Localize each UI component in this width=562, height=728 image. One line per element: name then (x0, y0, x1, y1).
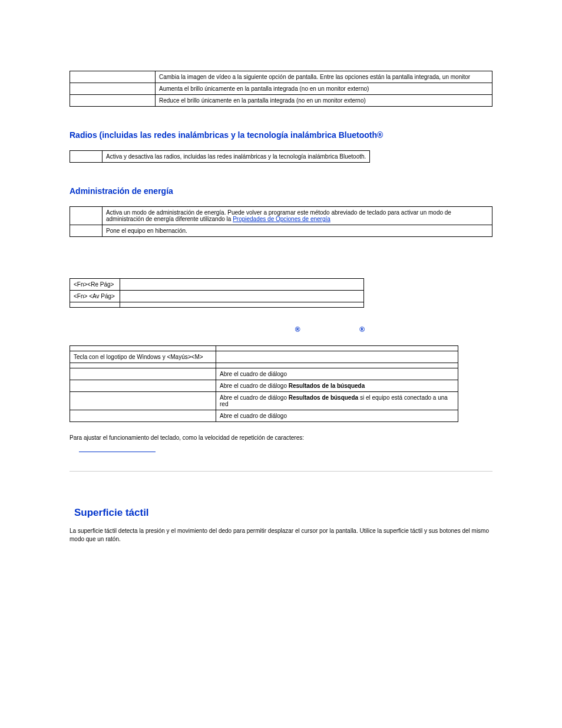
key-cell (70, 225, 103, 237)
desc-cell: Abre el cuadro de diálogo (216, 368, 458, 380)
desc-cell (120, 279, 364, 291)
desc-cell: Activa un modo de administración de ener… (103, 207, 492, 225)
registered-icon: ® (359, 325, 365, 334)
table-row (70, 363, 458, 368)
key-cell (70, 151, 103, 163)
desc-pre: Abre el cuadro de diálogo (220, 394, 289, 401)
key-cell (70, 368, 216, 380)
desc-cell: Abre el cuadro de diálogo Resultados de … (216, 380, 458, 392)
desc-cell (216, 363, 458, 368)
table-row: Abre el cuadro de diálogo (70, 368, 458, 380)
touchpad-heading: Superficie táctil (74, 507, 492, 519)
power-options-link[interactable]: Propiedades de Opciones de energía (233, 216, 330, 222)
desc-cell (120, 291, 364, 302)
fn-keys-table: <Fn><Re Pág> <Fn> <Av Pág> (70, 278, 364, 308)
table-row: Abre el cuadro de diálogo Resultados de … (70, 392, 458, 410)
desc-cell: Reduce el brillo únicamente en la pantal… (156, 95, 492, 107)
table-row: Aumenta el brillo únicamente en la panta… (70, 83, 492, 95)
radios-table: Activa y desactiva las radios, incluidas… (70, 150, 370, 163)
desc-pre: Abre el cuadro de diálogo (220, 383, 289, 389)
desc-cell: Activa y desactiva las radios, incluidas… (103, 151, 370, 163)
display-functions-table: Cambia la imagen de vídeo a la siguiente… (70, 71, 492, 107)
key-cell: <Fn> <Av Pág> (70, 291, 120, 302)
key-cell: <Fn><Re Pág> (70, 279, 120, 291)
keyboard-adjust-note: Para ajustar el funcionamiento del tecla… (70, 434, 492, 442)
registered-icon: ® (295, 325, 300, 334)
touchpad-body: La superficie táctil detecta la presión … (70, 527, 492, 543)
key-cell (70, 363, 216, 368)
key-cell (70, 380, 216, 392)
table-row: Pone el equipo en hibernación. (70, 225, 492, 237)
radios-heading: Radios (incluidas las redes inalámbricas… (70, 130, 492, 140)
desc-cell (216, 346, 458, 351)
power-table: Activa un modo de administración de ener… (70, 206, 492, 237)
key-cell (70, 302, 120, 308)
desc-pre: Abre el cuadro de diálogo (220, 371, 287, 377)
section-divider (70, 471, 492, 472)
desc-cell (120, 302, 364, 308)
table-row: Reduce el brillo únicamente en la pantal… (70, 95, 492, 107)
table-row: Activa y desactiva las radios, incluidas… (70, 151, 370, 163)
table-row (70, 302, 364, 308)
table-row: <Fn><Re Pág> (70, 279, 364, 291)
desc-cell (216, 351, 458, 363)
table-row (70, 346, 458, 351)
desc-bold: Resultados de la búsqueda (289, 383, 365, 389)
power-heading: Administración de energía (70, 186, 492, 196)
table-row: Abre el cuadro de diálogo Resultados de … (70, 380, 458, 392)
key-cell (70, 207, 103, 225)
table-row: <Fn> <Av Pág> (70, 291, 364, 302)
table-row: Tecla con el logotipo de Windows y <Mayú… (70, 351, 458, 363)
list-item-placeholder (79, 447, 492, 453)
desc-cell: Cambia la imagen de vídeo a la siguiente… (156, 71, 492, 83)
table-row: Abre el cuadro de diálogo (70, 410, 458, 422)
key-cell (70, 346, 216, 351)
desc-cell: Abre el cuadro de diálogo Resultados de … (216, 392, 458, 410)
table-row: Activa un modo de administración de ener… (70, 207, 492, 225)
windows-keys-table: Tecla con el logotipo de Windows y <Mayú… (70, 345, 458, 422)
desc-cell: Pone el equipo en hibernación. (103, 225, 492, 237)
key-cell (70, 95, 156, 107)
key-cell (70, 83, 156, 95)
desc-pre: Abre el cuadro de diálogo (220, 413, 287, 419)
desc-cell: Abre el cuadro de diálogo (216, 410, 458, 422)
desc-bold: Resultados de búsqueda (289, 394, 358, 401)
key-cell (70, 71, 156, 83)
key-cell (70, 410, 216, 422)
table-row: Cambia la imagen de vídeo a la siguiente… (70, 71, 492, 83)
desc-cell: Aumenta el brillo únicamente en la panta… (156, 83, 492, 95)
key-cell: Tecla con el logotipo de Windows y <Mayú… (70, 351, 216, 363)
key-cell (70, 392, 216, 410)
